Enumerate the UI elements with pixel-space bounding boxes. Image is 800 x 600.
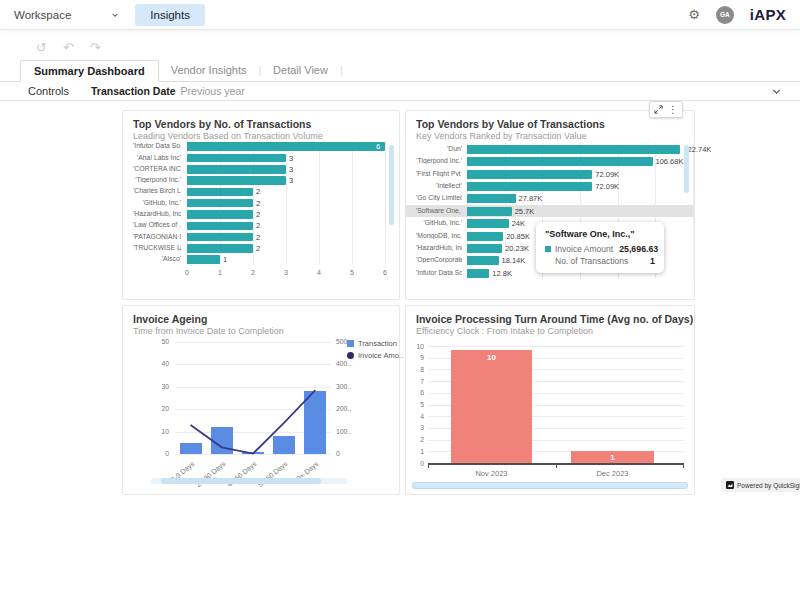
chevron-down-icon bbox=[111, 11, 119, 19]
bar[interactable] bbox=[467, 244, 502, 253]
y-axis-tick-label: 1 bbox=[416, 448, 424, 455]
sheet-tabs: Summary Dashboard Vendor Insights | Deta… bbox=[0, 60, 800, 82]
y-axis-tick-label: 5 bbox=[416, 401, 424, 408]
bar-value-label: 10 bbox=[451, 353, 532, 362]
bar[interactable] bbox=[467, 170, 592, 179]
y-axis-tick-label: 7 bbox=[416, 378, 424, 385]
right-axis-tick-label: 400.. bbox=[336, 360, 351, 367]
app-logo: iAPX bbox=[750, 6, 786, 23]
bar[interactable] bbox=[467, 145, 680, 154]
bar-value-label: 2 bbox=[256, 210, 260, 219]
redo-icon[interactable]: ↷ bbox=[90, 40, 101, 55]
collapse-chevron-icon[interactable] bbox=[771, 86, 782, 97]
bar[interactable] bbox=[467, 194, 516, 203]
tab-summary-dashboard[interactable]: Summary Dashboard bbox=[20, 60, 159, 82]
bar[interactable] bbox=[467, 207, 512, 216]
bar[interactable] bbox=[467, 232, 503, 241]
vertical-scrollbar[interactable] bbox=[684, 145, 689, 193]
gridline bbox=[352, 141, 353, 265]
reset-icon[interactable]: ↺ bbox=[36, 40, 47, 55]
left-axis-tick-label: 50 bbox=[133, 338, 169, 345]
bar[interactable] bbox=[187, 176, 286, 185]
filter-name[interactable]: Transaction Date bbox=[91, 85, 176, 97]
controls-label: Controls bbox=[28, 85, 69, 97]
bar-value-label: 2 bbox=[256, 221, 260, 230]
category-label: 'PATAGONIAN SEA..' bbox=[133, 233, 181, 240]
bar-value-label: 20.23K bbox=[505, 244, 529, 253]
filter-value[interactable]: Previous year bbox=[181, 85, 245, 97]
app-header: Workspace Insights ⚙ GA iAPX bbox=[0, 0, 800, 30]
gridline bbox=[385, 141, 386, 265]
left-axis-tick-label: 0 bbox=[133, 450, 169, 457]
category-label: 'Tigerpond Inc.' bbox=[416, 157, 462, 164]
legend-swatch-invoice-amount bbox=[347, 352, 354, 359]
chart-title: Top Vendors by No. of Transactions bbox=[133, 118, 311, 130]
tab-vendor-insights[interactable]: Vendor Insights bbox=[159, 60, 259, 81]
bar[interactable] bbox=[187, 165, 286, 174]
app-window: Workspace Insights ⚙ GA iAPX ↺ ↶ ↷ Summa… bbox=[0, 0, 800, 600]
horizontal-scrollbar[interactable] bbox=[161, 478, 321, 484]
bar[interactable] bbox=[187, 222, 253, 231]
y-axis-tick-label: 6 bbox=[416, 389, 424, 396]
bar[interactable] bbox=[187, 210, 253, 219]
y-axis-tick-label: 3 bbox=[416, 424, 424, 431]
chart-title: Top Vendors by Value of Transactions bbox=[416, 118, 605, 130]
category-label: 'TRUCKWISE UK L..' bbox=[133, 244, 181, 251]
axis-tick-label: 5 bbox=[350, 269, 354, 276]
tooltip-label: No. of Transactions bbox=[555, 256, 628, 266]
bar[interactable] bbox=[187, 142, 385, 151]
bar[interactable] bbox=[187, 244, 253, 253]
y-axis-tick-label: 8 bbox=[416, 366, 424, 373]
legend-label-invoice-amount: Invoice Amo.. bbox=[358, 351, 403, 360]
bar-value-label: 72.09K bbox=[595, 182, 619, 191]
bar-value-label: 25.7K bbox=[515, 207, 535, 216]
category-label: 'First Flight Pvt Ltd' bbox=[416, 170, 462, 177]
kebab-menu-icon[interactable]: ⋮ bbox=[668, 105, 678, 115]
gridline bbox=[319, 141, 320, 265]
chart-card-top-vendors-transactions: Top Vendors by No. of Transactions Leadi… bbox=[122, 110, 400, 300]
axis-tick-label: 4 bbox=[317, 269, 321, 276]
vertical-scrollbar[interactable] bbox=[389, 145, 394, 225]
bar[interactable] bbox=[187, 255, 220, 264]
tooltip-row: No. of Transactions 1 bbox=[545, 256, 655, 266]
chart-plot-area: 'Infutor Data So..'6'Aha! Labs Inc'3'COR… bbox=[133, 141, 389, 291]
tooltip-label: Invoice Amount bbox=[555, 244, 613, 254]
chart-card-turnaround-time: Invoice Processing Turn Around Time (Avg… bbox=[405, 305, 695, 495]
tab-separator: | bbox=[340, 65, 343, 81]
bar[interactable] bbox=[187, 154, 286, 163]
chart-title: Invoice Processing Turn Around Time (Avg… bbox=[416, 313, 693, 325]
axis-tick-label: 3 bbox=[284, 269, 288, 276]
bar[interactable] bbox=[187, 199, 253, 208]
bar[interactable] bbox=[187, 188, 253, 197]
horizontal-scrollbar[interactable] bbox=[412, 482, 688, 489]
quicksight-logo-icon bbox=[726, 481, 734, 489]
settings-gear-icon[interactable]: ⚙ bbox=[688, 7, 700, 22]
category-label: 'Software One, Inc.' bbox=[416, 207, 462, 214]
axis-tick-label: 6 bbox=[383, 269, 387, 276]
bar[interactable] bbox=[467, 157, 653, 166]
bar[interactable] bbox=[467, 256, 499, 265]
category-label: 'HazardHub, Inc.' bbox=[133, 210, 181, 217]
undo-icon[interactable]: ↶ bbox=[63, 40, 74, 55]
gridline bbox=[286, 141, 287, 265]
axis-tick-label: 1 bbox=[218, 269, 222, 276]
bar[interactable] bbox=[467, 219, 509, 228]
category-label: 'Intellect' bbox=[416, 182, 462, 189]
expand-icon[interactable] bbox=[654, 105, 663, 114]
tab-detail-view[interactable]: Detail View bbox=[261, 60, 340, 81]
y-axis-tick-label: 2 bbox=[416, 436, 424, 443]
bar[interactable] bbox=[187, 233, 253, 242]
chart-title: Invoice Ageing bbox=[133, 313, 207, 325]
category-label: 'GitHub, Inc.' bbox=[416, 219, 462, 226]
workspace-selector[interactable]: Workspace bbox=[14, 9, 119, 21]
insights-button[interactable]: Insights bbox=[135, 4, 205, 26]
category-label: 'Infutor Data So..' bbox=[416, 269, 462, 276]
bar[interactable] bbox=[467, 269, 489, 278]
bar[interactable] bbox=[467, 182, 592, 191]
gridline bbox=[428, 346, 684, 347]
bar[interactable] bbox=[451, 350, 532, 464]
bar-value-label: 3 bbox=[289, 176, 293, 185]
y-axis-tick-label: 10 bbox=[416, 343, 424, 350]
workspace-label: Workspace bbox=[14, 9, 71, 21]
user-avatar[interactable]: GA bbox=[716, 6, 734, 24]
